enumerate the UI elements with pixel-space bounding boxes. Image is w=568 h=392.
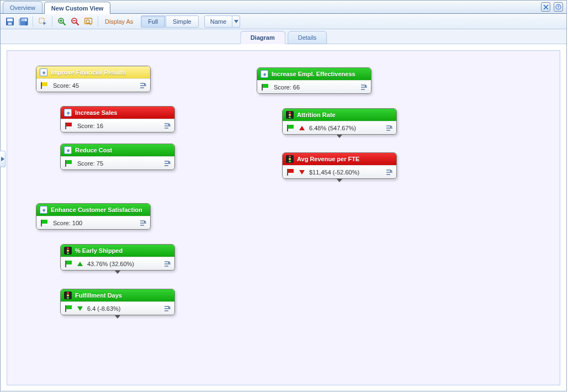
card-menu-icon[interactable] [162, 259, 171, 268]
close-tab-icon[interactable] [541, 2, 550, 12]
tab-overview[interactable]: Overview [3, 1, 43, 13]
card-title: Enhance Customer Satisfaction [51, 206, 142, 213]
name-dropdown[interactable]: Name [204, 15, 232, 28]
card-title: Increase Sales [75, 109, 117, 116]
flag-icon [287, 125, 295, 131]
card-menu-icon[interactable] [138, 81, 147, 90]
card-menu-icon[interactable] [384, 124, 393, 133]
card-title: Attrition Rate [297, 112, 336, 118]
expand-caret-icon[interactable] [114, 315, 121, 319]
card-body: 43.76% (32.60%) [61, 257, 174, 270]
traffic-light-icon [64, 247, 72, 255]
save-copy-icon[interactable] [17, 15, 29, 28]
card-fulfillment-days[interactable]: Fulfillment Days 6.4 (-8.63%) [60, 289, 175, 315]
zoom-in-icon[interactable] [56, 15, 68, 28]
flag-icon [65, 160, 73, 167]
card-menu-icon[interactable] [162, 159, 171, 168]
flag-icon [41, 82, 49, 89]
card-increase-sales[interactable]: ⟐ Increase Sales Score: 16 [60, 106, 175, 133]
svg-rect-3 [7, 18, 13, 21]
display-simple-button[interactable]: Simple [166, 15, 199, 28]
toolbar-separator [52, 16, 52, 27]
traffic-light-icon [64, 292, 72, 299]
card-improve-financial-results[interactable]: ⟐ Improve Financial Results Score: 45 [36, 66, 151, 92]
flag-icon [41, 220, 49, 226]
card-attrition-rate[interactable]: Attrition Rate 6.48% (547.67%) [282, 108, 397, 135]
card-header: ⟐ Reduce Cost [61, 144, 174, 156]
card-score: Score: 66 [274, 84, 300, 91]
tab-new-custom-view[interactable]: New Custom View [44, 2, 111, 14]
traffic-light-icon [286, 155, 294, 163]
svg-point-12 [86, 20, 89, 23]
card-score: Score: 75 [77, 160, 103, 167]
traffic-light-icon [286, 111, 294, 119]
toolbar: Display As Full Simple Name [1, 14, 566, 29]
zoom-out-icon[interactable] [69, 15, 81, 28]
name-dropdown-caret[interactable] [232, 15, 240, 28]
file-tabstrip: Overview New Custom View ? [1, 1, 566, 14]
card-header: ⟐ Enhance Customer Satisfaction [36, 204, 150, 216]
card-early-shipped[interactable]: % Early Shipped 43.76% (32.60%) [60, 244, 175, 271]
card-title: Increase Empl. Effectiveness [272, 71, 355, 77]
card-body: 6.48% (547.67%) [283, 121, 396, 134]
card-body: Score: 16 [61, 119, 174, 132]
card-title: Improve Financial Results [51, 69, 126, 76]
flag-icon [65, 123, 73, 129]
display-full-button[interactable]: Full [141, 15, 165, 28]
card-value: 6.48% (547.67%) [309, 125, 356, 131]
expand-caret-icon[interactable] [336, 134, 343, 139]
card-menu-icon[interactable] [162, 304, 171, 313]
perspective-icon: ⟐ [40, 68, 47, 76]
card-avg-revenue-per-fte[interactable]: Avg Revenue per FTE $11,454 (-52.60%) [282, 152, 397, 179]
card-score: Score: 16 [77, 123, 103, 129]
toolbar-separator [33, 16, 33, 27]
card-increase-empl-effectiveness[interactable]: ⟐ Increase Empl. Effectiveness Score: 66 [257, 67, 371, 94]
card-reduce-cost[interactable]: ⟐ Reduce Cost Score: 75 [60, 144, 175, 170]
card-header: ⟐ Increase Empl. Effectiveness [257, 68, 371, 80]
card-title: Fulfillment Days [75, 292, 122, 299]
zoom-fit-icon[interactable] [82, 15, 94, 28]
expand-caret-icon[interactable] [114, 270, 121, 274]
card-header: ⟐ Improve Financial Results [36, 66, 150, 78]
flag-icon [65, 305, 73, 312]
card-body: Score: 75 [61, 156, 174, 169]
card-body: Score: 45 [36, 78, 150, 92]
help-icon[interactable]: ? [554, 2, 563, 12]
select-tool-icon[interactable] [36, 15, 49, 28]
side-expand-handle[interactable] [0, 151, 6, 167]
card-enhance-customer-satisfaction[interactable]: ⟐ Enhance Customer Satisfaction Score: 1… [36, 203, 151, 230]
save-icon[interactable] [4, 15, 16, 28]
expand-caret-icon[interactable] [336, 178, 343, 183]
card-body: 6.4 (-8.63%) [61, 301, 174, 315]
card-body: Score: 66 [257, 80, 371, 93]
card-menu-icon[interactable] [162, 121, 171, 130]
card-value: 6.4 (-8.63%) [87, 305, 121, 312]
card-score: Score: 100 [53, 220, 82, 226]
card-body: $11,454 (-52.60%) [283, 165, 396, 178]
card-header: Attrition Rate [283, 109, 396, 121]
perspective-icon: ⟐ [40, 206, 47, 214]
card-menu-icon[interactable] [384, 168, 393, 177]
flag-icon [262, 84, 269, 91]
card-title: Avg Revenue per FTE [297, 156, 359, 162]
trend-down-icon [299, 170, 305, 174]
diagram-canvas[interactable]: ⟐ Improve Financial Results Score: 45 ⟐ … [7, 50, 560, 385]
card-menu-icon[interactable] [138, 219, 147, 227]
perspective-icon: ⟐ [64, 146, 72, 154]
perspective-icon: ⟐ [64, 109, 72, 116]
card-body: Score: 100 [36, 216, 150, 229]
trend-down-icon [77, 306, 83, 311]
card-header: Avg Revenue per FTE [283, 153, 396, 165]
tab-diagram[interactable]: Diagram [240, 31, 285, 44]
flag-icon [287, 169, 295, 176]
card-title: % Early Shipped [75, 247, 123, 254]
perspective-icon: ⟐ [261, 70, 268, 78]
card-header: Fulfillment Days [61, 289, 174, 301]
svg-rect-7 [19, 19, 25, 25]
card-menu-icon[interactable] [359, 83, 368, 92]
svg-rect-4 [8, 22, 12, 25]
tab-details[interactable]: Details [288, 31, 327, 44]
trend-up-icon [77, 262, 83, 266]
toolbar-separator [98, 16, 98, 27]
card-value: 43.76% (32.60%) [87, 261, 134, 267]
